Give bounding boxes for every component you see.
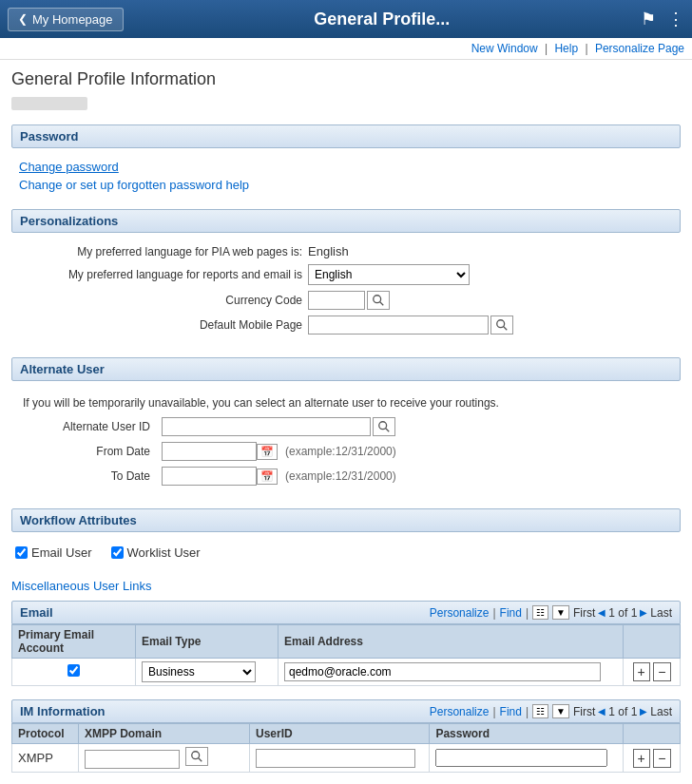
new-window-link[interactable]: New Window — [471, 42, 538, 55]
im-col-protocol: Protocol — [12, 724, 79, 744]
sep1: | — [545, 42, 550, 55]
im-download-icon-btn[interactable]: ▼ — [552, 704, 569, 718]
im-first-label: First — [573, 705, 595, 718]
to-date-calendar-button[interactable]: 📅 — [257, 468, 278, 485]
change-password-link[interactable]: Change password — [19, 160, 673, 174]
page-header-title: General Profile... — [124, 10, 641, 29]
email-first-label: First — [573, 606, 595, 620]
email-primary-checkbox[interactable] — [67, 664, 80, 677]
alt-user-id-label: Alternate User ID — [23, 420, 156, 433]
misc-links-link[interactable]: Miscellaneous User Links — [11, 579, 151, 593]
email-address-cell — [279, 659, 624, 686]
svg-point-0 — [374, 296, 381, 303]
im-col-password: Password — [430, 724, 624, 744]
email-view-icon-btn[interactable]: ☷ — [532, 605, 548, 620]
email-grid-header: Email Personalize | Find | ☷ ▼ First ◀ 1… — [11, 601, 681, 624]
pia-language-label: My preferred language for PIA web pages … — [23, 245, 308, 258]
im-col-xmpp: XMPP Domain — [79, 724, 250, 744]
to-date-input[interactable] — [162, 467, 257, 486]
email-download-icon-btn[interactable]: ▼ — [552, 605, 569, 620]
im-delete-row-button[interactable]: − — [653, 749, 670, 768]
svg-point-2 — [497, 320, 505, 328]
alternate-user-info: If you will be temporarily unavailable, … — [19, 392, 673, 417]
email-grid-controls: Personalize | Find | ☷ ▼ First ◀ 1 of 1 … — [430, 605, 672, 620]
email-last-label: Last — [650, 606, 672, 620]
email-type-cell: Business Campus Home Other — [136, 659, 279, 686]
sep2: | — [585, 42, 590, 55]
email-delete-row-button[interactable]: − — [653, 662, 670, 681]
email-prev-btn[interactable]: ◀ — [598, 607, 606, 618]
workflow-section: Workflow Attributes Email User Worklist … — [11, 508, 681, 565]
help-link[interactable]: Help — [554, 42, 578, 55]
to-date-label: To Date — [23, 469, 156, 483]
im-find-link[interactable]: Find — [500, 705, 522, 718]
email-address-input[interactable] — [284, 662, 601, 681]
mobile-page-search-button[interactable] — [490, 316, 513, 335]
email-find-link[interactable]: Find — [500, 606, 522, 620]
email-pagination: 1 of 1 — [608, 606, 637, 620]
im-prev-btn[interactable]: ◀ — [598, 706, 606, 717]
currency-code-input[interactable] — [308, 291, 365, 310]
alt-user-id-input[interactable] — [162, 417, 371, 436]
from-date-example: (example:12/31/2000) — [285, 445, 396, 458]
im-col-actions — [624, 724, 681, 744]
im-userid-cell — [250, 744, 430, 773]
im-xmpp-input[interactable] — [85, 750, 180, 769]
page-title: General Profile Information — [11, 69, 681, 89]
from-date-label: From Date — [23, 445, 156, 458]
im-personalize-link[interactable]: Personalize — [430, 705, 490, 718]
password-section-header: Password — [11, 124, 681, 148]
alternate-user-section: Alternate User If you will be temporaril… — [11, 357, 681, 495]
search-icon — [190, 750, 203, 763]
from-date-input[interactable] — [162, 442, 257, 461]
flag-icon[interactable]: ⚑ — [641, 9, 656, 29]
alt-user-search-button[interactable] — [373, 417, 395, 436]
im-userid-input[interactable] — [256, 749, 415, 768]
im-add-row-button[interactable]: + — [633, 749, 650, 768]
email-col-address: Email Address — [279, 625, 624, 659]
email-user-label[interactable]: Email User — [15, 545, 92, 560]
email-col-primary: Primary Email Account — [12, 625, 136, 659]
back-button[interactable]: ❮ My Homepage — [8, 8, 124, 31]
workflow-row: Email User Worklist User — [11, 540, 681, 565]
email-col-actions — [624, 625, 681, 659]
back-label: My Homepage — [32, 12, 113, 27]
links-bar: New Window | Help | Personalize Page — [0, 38, 692, 60]
header-left: ❮ My Homepage — [8, 8, 124, 31]
im-next-btn[interactable]: ▶ — [640, 706, 647, 717]
mobile-page-input[interactable] — [308, 316, 489, 335]
more-menu-icon[interactable]: ⋮ — [667, 9, 684, 29]
chevron-left-icon: ❮ — [18, 12, 28, 26]
im-password-input[interactable] — [435, 749, 607, 767]
main-content: General Profile Information Password Cha… — [0, 60, 692, 784]
im-xmpp-search-button[interactable] — [185, 747, 208, 766]
search-icon — [495, 318, 509, 332]
im-view-icon-btn[interactable]: ☷ — [532, 704, 548, 718]
header: ❮ My Homepage General Profile... ⚑ ⋮ — [0, 0, 692, 38]
im-last-label: Last — [650, 705, 672, 718]
worklist-user-checkbox[interactable] — [111, 546, 124, 559]
im-grid-nav: First ◀ 1 of 1 ▶ Last — [573, 705, 672, 718]
email-grid-nav: First ◀ 1 of 1 ▶ Last — [573, 606, 672, 620]
currency-search-button[interactable] — [367, 291, 390, 310]
email-user-checkbox[interactable] — [15, 546, 28, 559]
im-xmpp-cell — [79, 744, 250, 773]
svg-line-7 — [198, 758, 202, 762]
pia-language-value: English — [308, 244, 349, 258]
personalize-page-link[interactable]: Personalize Page — [595, 42, 684, 55]
email-add-row-button[interactable]: + — [633, 662, 650, 681]
currency-code-row: Currency Code — [19, 291, 673, 310]
email-next-btn[interactable]: ▶ — [640, 607, 647, 618]
email-grid-title: Email — [20, 605, 53, 620]
worklist-user-label[interactable]: Worklist User — [111, 545, 201, 560]
email-grid: Email Personalize | Find | ☷ ▼ First ◀ 1… — [11, 601, 681, 686]
search-icon — [377, 420, 391, 433]
from-date-row: From Date 📅 (example:12/31/2000) — [19, 442, 673, 461]
email-personalize-link[interactable]: Personalize — [430, 606, 490, 620]
forgotten-password-link[interactable]: Change or set up forgotten password help — [19, 178, 249, 192]
svg-line-5 — [386, 429, 390, 432]
im-grid-controls: Personalize | Find | ☷ ▼ First ◀ 1 of 1 … — [430, 704, 672, 718]
reports-language-select[interactable]: English French German Spanish — [308, 264, 470, 285]
email-type-select[interactable]: Business Campus Home Other — [142, 661, 256, 682]
from-date-calendar-button[interactable]: 📅 — [257, 444, 278, 460]
